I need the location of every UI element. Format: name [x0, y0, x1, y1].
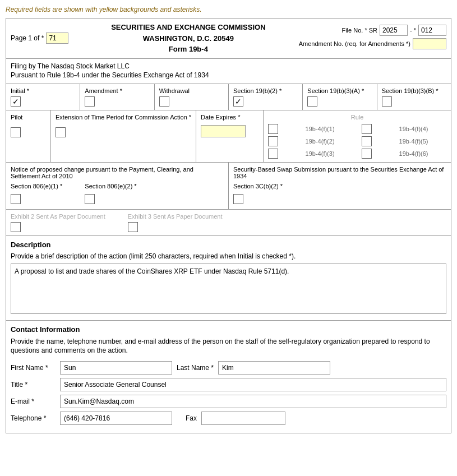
filing-line2: Pursuant to Rule 19b-4 under the Securit…	[11, 71, 446, 79]
notice-right: Security-Based Swap Submission pursuant …	[229, 163, 451, 209]
rule-19b4f4-label: 19b-4(f)(4)	[399, 126, 446, 132]
section19b2-checkbox-item: ✓	[233, 96, 298, 107]
section806e2-checkbox[interactable]	[85, 194, 95, 204]
contact-section: Contact Information Provide the name, te…	[6, 321, 451, 433]
telephone-row: Telephone * Fax	[11, 412, 446, 425]
fax-label: Fax	[186, 414, 197, 422]
title-input[interactable]	[60, 378, 446, 391]
section806e1-group: Section 806(e)(1) *	[11, 183, 62, 206]
filing-info: Filing by The Nasdaq Stock Market LLC Pu…	[6, 59, 451, 84]
exhibit2-label: Exhibit 2 Sent As Paper Document	[11, 213, 105, 220]
page-input[interactable]	[46, 33, 68, 44]
section3cb2-label: Section 3C(b)(2) *	[233, 183, 446, 190]
file-no-label: File No. * SR	[341, 27, 377, 34]
section806e2-label: Section 806(e)(2) *	[85, 183, 136, 190]
notice-right-title: Security-Based Swap Submission pursuant …	[233, 166, 446, 179]
rule-cell: Rule 19b-4(f)(1) 19b-4(f)(4) 19b-4(f)(2)…	[264, 110, 451, 162]
amendment-label: Amendment No. (req. for Amendments *)	[299, 40, 410, 47]
header-row: Page 1 of * SECURITIES AND EXCHANGE COMM…	[6, 19, 451, 59]
description-title: Description	[11, 241, 446, 249]
section19b2-checkbox[interactable]: ✓	[233, 96, 243, 107]
title-row: Title *	[11, 378, 446, 391]
form-container: Page 1 of * SECURITIES AND EXCHANGE COMM…	[6, 18, 451, 433]
date-cell: Date Expires *	[196, 110, 264, 162]
pilot-label: Pilot	[11, 114, 46, 121]
exhibit2-item: Exhibit 2 Sent As Paper Document	[11, 213, 105, 232]
rule-19b4f6-checkbox[interactable]	[362, 149, 372, 159]
rule-19b4f4-checkbox[interactable]	[362, 124, 372, 134]
description-desc: Provide a brief description of the actio…	[11, 252, 446, 260]
initial-checkbox-item: ✓	[11, 96, 75, 107]
checkboxes-row: Initial * ✓ Amendment * Withdrawal Secti…	[6, 84, 451, 110]
file-number-input[interactable]	[418, 25, 446, 36]
withdrawal-group: Withdrawal	[155, 84, 229, 110]
section19b3B-checkbox-item	[382, 96, 446, 107]
amendment-input[interactable]	[413, 38, 446, 49]
fax-input[interactable]	[201, 412, 285, 425]
notice-left-title: Notice of proposed change pursuant to th…	[11, 166, 224, 179]
name-row: First Name * Last Name *	[11, 361, 446, 375]
rule-grid: 19b-4(f)(1) 19b-4(f)(4) 19b-4(f)(2) 19b-…	[268, 124, 446, 159]
exhibit2-checkbox[interactable]	[11, 222, 21, 232]
email-label: E-mail *	[11, 398, 56, 405]
rule-19b4f1-checkbox[interactable]	[268, 124, 278, 134]
description-textarea[interactable]: A proposal to list and trade shares of t…	[11, 264, 446, 314]
pilot-checkbox[interactable]	[11, 127, 21, 137]
pilot-row: Pilot Extension of Time Period for Commi…	[6, 110, 451, 163]
section19b3B-checkbox[interactable]	[382, 96, 392, 107]
withdrawal-label: Withdrawal	[159, 87, 224, 94]
notice-row: Notice of proposed change pursuant to th…	[6, 163, 451, 210]
initial-label: Initial *	[11, 87, 75, 94]
required-notice: Required fields are shown with yellow ba…	[6, 6, 451, 13]
section19b3A-checkbox[interactable]	[307, 96, 317, 107]
extension-cell: Extension of Time Period for Commission …	[51, 110, 196, 162]
rule-19b4f5-checkbox[interactable]	[362, 136, 372, 146]
first-name-label: First Name *	[11, 364, 56, 372]
title-line3: Form 19b-4	[78, 44, 299, 55]
section19b2-group: Section 19(b)(2) * ✓	[229, 84, 303, 110]
title-label: Title *	[11, 381, 56, 389]
file-year-input[interactable]	[380, 25, 408, 36]
date-expires-input[interactable]	[201, 125, 246, 137]
amendment-row: Amendment No. (req. for Amendments *)	[299, 38, 446, 49]
page-info: Page 1 of *	[11, 33, 78, 44]
section806e2-group: Section 806(e)(2) *	[85, 183, 136, 206]
rule-19b4f3-checkbox[interactable]	[268, 149, 278, 159]
section19b3B-group: Section 19(b)(3)(B) *	[377, 84, 451, 110]
telephone-input[interactable]	[60, 412, 172, 425]
rule-19b4f1-label: 19b-4(f)(1)	[306, 126, 353, 132]
section806e1-checkbox[interactable]	[11, 194, 21, 204]
date-label: Date Expires *	[201, 114, 258, 121]
section3cb2-checkbox[interactable]	[233, 194, 243, 204]
section19b3A-label: Section 19(b)(3)(A) *	[307, 87, 372, 94]
withdrawal-checkbox-item	[159, 96, 224, 107]
title-line2: WASHINGTON, D.C. 20549	[78, 33, 299, 44]
pilot-cell: Pilot	[6, 110, 51, 162]
initial-group: Initial * ✓	[6, 84, 80, 110]
rule-19b4f2-checkbox[interactable]	[268, 136, 278, 146]
page-label: Page 1 of *	[11, 34, 44, 42]
contact-title: Contact Information	[11, 325, 446, 334]
exhibit-row: Exhibit 2 Sent As Paper Document Exhibit…	[6, 210, 451, 236]
amendment-label: Amendment *	[85, 87, 149, 94]
exhibit3-checkbox[interactable]	[128, 222, 138, 232]
exhibit3-label: Exhibit 3 Sent As Paper Document	[128, 213, 223, 220]
initial-checkbox[interactable]: ✓	[11, 96, 21, 107]
header-center: SECURITIES AND EXCHANGE COMMISSION WASHI…	[78, 22, 299, 55]
withdrawal-checkbox[interactable]	[159, 96, 169, 107]
extension-checkbox[interactable]	[56, 127, 66, 137]
rule-19b4f2-label: 19b-4(f)(2)	[306, 138, 353, 145]
amendment-checkbox[interactable]	[85, 96, 95, 107]
rule-19b4f6-label: 19b-4(f)(6)	[399, 150, 446, 157]
telephone-label: Telephone *	[11, 414, 56, 422]
rule-19b4f3-label: 19b-4(f)(3)	[306, 150, 353, 157]
amendment-group: Amendment *	[80, 84, 154, 110]
first-name-input[interactable]	[60, 361, 172, 375]
title-line1: SECURITIES AND EXCHANGE COMMISSION	[78, 22, 299, 33]
notice-left: Notice of proposed change pursuant to th…	[6, 163, 229, 209]
notice-left-checkboxes: Section 806(e)(1) * Section 806(e)(2) *	[11, 183, 224, 206]
last-name-input[interactable]	[218, 361, 330, 375]
rule-title: Rule	[268, 114, 446, 121]
section19b3A-group: Section 19(b)(3)(A) *	[303, 84, 377, 110]
email-input[interactable]	[60, 395, 446, 408]
